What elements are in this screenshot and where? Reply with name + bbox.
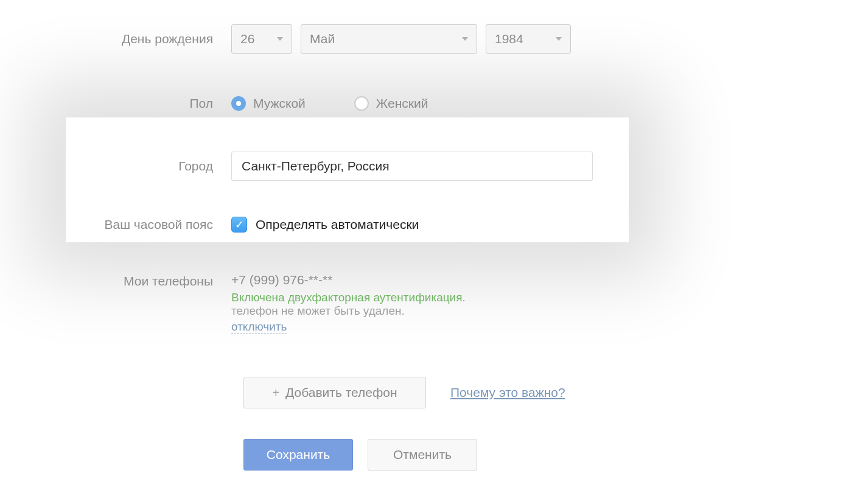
settings-form: День рождения 26 Май 1984 Пол xyxy=(0,0,846,471)
phones-label: Мои телефоны xyxy=(0,273,231,289)
phones-row: Мои телефоны +7 (999) 976-**-** Включена… xyxy=(0,273,846,334)
birthday-month-select[interactable]: Май xyxy=(301,24,477,54)
plus-icon: + xyxy=(272,386,279,400)
birthday-year-select[interactable]: 1984 xyxy=(486,24,571,54)
gender-female-radio[interactable]: Женский xyxy=(354,96,428,111)
birthday-label: День рождения xyxy=(0,32,231,46)
checkbox-checked-icon: ✓ xyxy=(231,217,247,233)
birthday-year-value: 1984 xyxy=(495,32,523,46)
gender-label: Пол xyxy=(0,96,231,111)
chevron-down-icon xyxy=(556,37,562,41)
city-row: Город xyxy=(0,152,846,181)
disable-mfa-link[interactable]: отключить xyxy=(231,320,287,334)
mfa-note-text: телефон не может быть удален. xyxy=(231,304,466,318)
form-actions: Сохранить Отменить xyxy=(12,439,846,471)
city-label: Город xyxy=(0,159,231,173)
birthday-month-value: Май xyxy=(310,32,335,46)
add-phone-row: + Добавить телефон Почему это важно? xyxy=(12,377,846,408)
cancel-button-label: Отменить xyxy=(393,447,452,462)
radio-unchecked-icon xyxy=(354,96,369,111)
gender-female-label: Женский xyxy=(376,96,428,111)
why-important-link[interactable]: Почему это важно? xyxy=(450,385,565,400)
birthday-day-value: 26 xyxy=(240,32,254,46)
phone-number: +7 (999) 976-**-** xyxy=(231,273,466,287)
city-input[interactable] xyxy=(231,152,593,181)
phone-entry: +7 (999) 976-**-** Включена двухфакторна… xyxy=(231,273,466,334)
check-icon: ✓ xyxy=(235,219,244,230)
gender-male-radio[interactable]: Мужской xyxy=(231,96,306,111)
cancel-button[interactable]: Отменить xyxy=(368,439,477,471)
birthday-day-select[interactable]: 26 xyxy=(231,24,292,54)
gender-male-label: Мужской xyxy=(253,96,306,111)
birthday-row: День рождения 26 Май 1984 xyxy=(0,24,846,54)
gender-row: Пол Мужской Женский xyxy=(0,89,846,118)
save-button-label: Сохранить xyxy=(267,447,330,462)
chevron-down-icon xyxy=(277,37,283,41)
add-phone-label: Добавить телефон xyxy=(285,385,397,400)
timezone-label: Ваш часовой пояс xyxy=(0,217,231,232)
chevron-down-icon xyxy=(462,37,468,41)
radio-checked-icon xyxy=(231,96,246,111)
timezone-auto-checkbox[interactable]: ✓ Определять автоматически xyxy=(231,217,419,233)
add-phone-button[interactable]: + Добавить телефон xyxy=(243,377,426,408)
timezone-auto-label: Определять автоматически xyxy=(256,217,419,232)
timezone-row: Ваш часовой пояс ✓ Определять автоматиче… xyxy=(0,210,846,239)
save-button[interactable]: Сохранить xyxy=(243,439,353,471)
mfa-enabled-text: Включена двухфакторная аутентификация. xyxy=(231,291,466,304)
